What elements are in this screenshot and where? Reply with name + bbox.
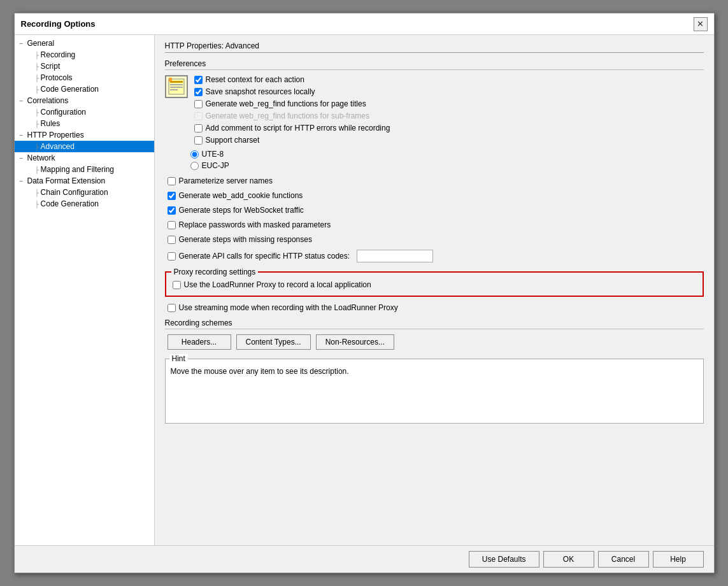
checkbox-row-gen-missing-responses: Generate steps with missing responses [168,235,704,244]
expander-correlations: − [17,97,26,104]
radio-eucjp[interactable] [190,162,199,170]
svg-rect-2 [170,84,183,85]
hint-title: Hint [169,354,188,363]
radio-label-eucjp: EUC-JP [202,161,229,170]
sidebar-label-data-format: Data Format Extension [26,176,106,185]
checkbox-replace-passwords[interactable] [168,221,176,229]
checkbox-streaming-mode[interactable] [168,304,176,312]
sidebar-label-code-generation: Code Generation [39,85,99,94]
checkbox-label-gen-web-add-cookie: Generate web_add_cookie functions [179,191,303,200]
checkbox-gen-api-calls[interactable] [168,252,176,261]
tree-connector-chain-config: ├ [35,189,39,196]
sidebar-item-http-properties[interactable]: −HTTP Properties [15,129,154,141]
sidebar-label-http-properties: HTTP Properties [26,131,84,139]
tree-connector-recording: ├ [35,52,39,59]
sidebar-item-code-generation[interactable]: ├ Code Generation [15,83,154,95]
checkbox-gen-web-add-cookie[interactable] [168,192,176,200]
sidebar-item-data-format[interactable]: −Data Format Extension [15,175,154,187]
sidebar-item-code-gen2[interactable]: ├ Code Generation [15,198,154,210]
checkbox-use-loadrunner-proxy[interactable] [173,281,181,289]
recording-options-dialog: Recording Options ✕ −General├ Recording├… [14,13,715,573]
proxy-recording-settings-box: Proxy recording settings Use the LoadRun… [165,271,704,297]
sidebar-item-correlations[interactable]: −Correlations [15,95,154,106]
checkbox-label-gen-web-reg-find: Generate web_reg_find functions for page… [206,99,366,108]
status-codes-input[interactable] [357,250,433,262]
non-resources-btn[interactable]: Non-Resources... [316,334,394,350]
tree-connector-advanced: ├ [35,143,39,150]
use-defaults-button[interactable]: Use Defaults [469,551,539,568]
streaming-checkbox-row: Use streaming mode when recording with t… [165,303,704,312]
checkbox-gen-missing-responses[interactable] [168,236,176,244]
sidebar-label-script: Script [39,62,61,71]
sidebar-label-protocols: Protocols [39,73,73,82]
checkbox-row-reset-context: Reset context for each action [194,75,704,84]
headers-btn[interactable]: Headers... [168,334,231,350]
sidebar-item-rules[interactable]: ├ Rules [15,118,154,129]
checkbox-parameterize[interactable] [168,177,176,185]
sidebar-label-chain-config: Chain Configuration [39,188,108,197]
checkbox-row-gen-sub-frames: Generate web_reg_find functions for sub-… [194,111,704,120]
checkboxes-list: Reset context for each actionSave snapsh… [194,75,704,145]
sidebar-item-mapping-filtering[interactable]: ├ Mapping and Filtering [15,164,154,175]
svg-rect-4 [170,89,178,90]
svg-rect-5 [169,78,172,82]
title-bar: Recording Options ✕ [15,13,714,35]
tree-connector-script: ├ [35,63,39,70]
hint-box: Hint Move the mouse over any item to see… [165,359,704,424]
checkbox-row-support-charset: Support charset [194,136,704,145]
recording-schemes-section: Recording schemes Headers...Content Type… [165,318,704,350]
proxy-box-content: Use the LoadRunner Proxy to record a loc… [173,280,696,289]
checkbox-reset-context[interactable] [194,76,203,84]
radio-row-utf8: UTE-8 [190,150,704,159]
sidebar-item-script[interactable]: ├ Script [15,61,154,72]
sidebar-item-protocols[interactable]: ├ Protocols [15,72,154,83]
checkbox-save-snapshot[interactable] [194,88,203,96]
checkbox-gen-web-reg-find[interactable] [194,100,203,108]
checkbox-gen-websocket[interactable] [168,206,176,215]
checkbox-label-add-comment: Add comment to script for HTTP errors wh… [206,124,390,132]
cancel-button[interactable]: Cancel [598,551,649,568]
sidebar-label-rules: Rules [39,119,61,128]
checkbox-row-gen-web-add-cookie: Generate web_add_cookie functions [168,191,704,200]
radio-row-eucjp: EUC-JP [190,161,704,170]
close-button[interactable]: ✕ [694,17,708,31]
checkbox-row-gen-api-calls: Generate API calls for specific HTTP sta… [168,250,704,262]
checkbox-label-gen-missing-responses: Generate steps with missing responses [179,235,312,244]
checkbox-row-replace-passwords: Replace passwords with masked parameters [168,220,704,229]
preferences-icon [165,75,188,98]
sidebar-label-code-gen2: Code Generation [39,199,99,208]
content-types-btn[interactable]: Content Types... [236,334,311,350]
preferences-section: Preferences Reset context for each [165,59,704,170]
preferences-row: Reset context for each actionSave snapsh… [165,75,704,145]
tree-connector-mapping-filtering: ├ [35,166,39,173]
ok-button[interactable]: OK [543,551,594,568]
checkbox-gen-sub-frames[interactable] [194,112,203,120]
more-checkboxes: Parameterize server namesGenerate web_ad… [165,176,704,265]
radio-utf8[interactable] [190,150,199,159]
sidebar-item-chain-config[interactable]: ├ Chain Configuration [15,187,154,198]
expander-http-properties: − [17,132,26,139]
sidebar-item-network[interactable]: −Network [15,152,154,164]
checkbox-add-comment[interactable] [194,124,203,132]
main-content: HTTP Properties: Advanced Preferences [155,35,714,545]
section-header-label: HTTP Properties: Advanced [165,41,704,53]
sidebar-item-recording[interactable]: ├ Recording [15,49,154,61]
checkbox-support-charset[interactable] [194,136,203,145]
sidebar-label-advanced: Advanced [39,142,75,151]
tree-connector-protocols: ├ [35,75,39,82]
hint-text: Move the mouse over any item to see its … [171,367,698,418]
checkbox-label-save-snapshot: Save snapshot resources locally [206,87,315,96]
sidebar-item-advanced[interactable]: ├ Advanced [15,141,154,152]
bottom-bar: Use Defaults OK Cancel Help [15,545,714,573]
sidebar-item-configuration[interactable]: ├ Configuration [15,106,154,118]
schemes-buttons: Headers...Content Types...Non-Resources.… [168,334,704,350]
sidebar-item-general[interactable]: −General [15,38,154,49]
help-button[interactable]: Help [653,551,704,568]
checkbox-row-gen-web-reg-find: Generate web_reg_find functions for page… [194,99,704,108]
checkbox-row-save-snapshot: Save snapshot resources locally [194,87,704,96]
checkbox-label-streaming-mode: Use streaming mode when recording with t… [179,303,398,312]
tree-connector-code-gen2: ├ [35,201,39,208]
http-properties-advanced-section: HTTP Properties: Advanced [165,41,704,53]
checkbox-label-gen-websocket: Generate steps for WebSocket traffic [179,206,304,215]
schemes-label: Recording schemes [165,318,704,329]
